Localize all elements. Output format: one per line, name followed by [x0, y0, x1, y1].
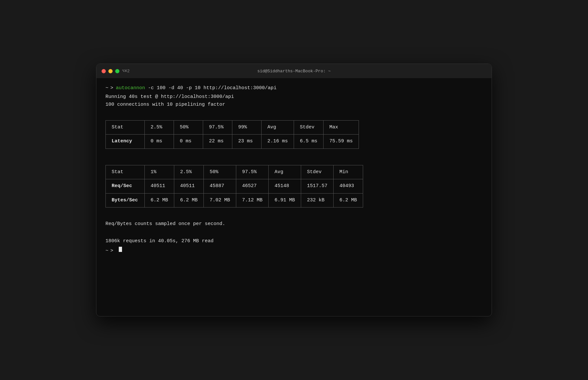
- throughput-header-1: 1%: [145, 165, 174, 179]
- latency-stdev: 6.5 ms: [294, 135, 324, 149]
- final-tilde: ~: [105, 247, 108, 255]
- latency-avg: 2.16 ms: [262, 135, 294, 149]
- close-button[interactable]: [102, 69, 106, 73]
- bytessec-2.5: 6.2 MB: [174, 193, 204, 208]
- latency-header-99: 99%: [232, 120, 262, 135]
- reqsec-97.5: 46527: [236, 179, 269, 194]
- bytessec-1: 6.2 MB: [145, 193, 174, 208]
- spacer-2: [105, 154, 483, 160]
- traffic-lights: [102, 69, 119, 73]
- reqsec-50: 45887: [204, 179, 236, 194]
- throughput-header-avg: Avg: [269, 165, 301, 179]
- sampled-note: Req/Bytes counts sampled once per second…: [105, 220, 483, 228]
- spacer-1: [105, 109, 483, 115]
- final-prompt-line: ~ >: [105, 247, 483, 255]
- bytessec-min: 6.2 MB: [334, 193, 363, 208]
- reqsec-avg: 45148: [269, 179, 301, 194]
- window-title: sid@Siddharths-MacBook-Pro: ~: [257, 69, 331, 74]
- command-name: autocannon: [116, 85, 145, 92]
- maximize-button[interactable]: [115, 69, 119, 73]
- latency-data-row: Latency 0 ms 0 ms 22 ms 23 ms 2.16 ms 6.…: [106, 135, 359, 149]
- throughput-header-50: 50%: [204, 165, 236, 179]
- prompt-arrow: >: [110, 85, 113, 92]
- throughput-header-stat: Stat: [106, 165, 145, 179]
- terminal-window: ⌥⌘2 sid@Siddharths-MacBook-Pro: ~ ~ > au…: [96, 64, 492, 316]
- prompt-tilde: ~: [105, 85, 108, 92]
- latency-row-label: Latency: [106, 135, 145, 149]
- terminal-cursor: [119, 247, 122, 252]
- latency-97.5: 22 ms: [203, 135, 232, 149]
- reqsec-row-label: Req/Sec: [106, 179, 145, 194]
- throughput-header-2.5: 2.5%: [174, 165, 204, 179]
- latency-table-header-row: Stat 2.5% 50% 97.5% 99% Avg Stdev Max: [106, 120, 359, 135]
- latency-header-avg: Avg: [262, 120, 294, 135]
- bytessec-avg: 6.91 MB: [269, 193, 301, 208]
- terminal-content: ~ > autocannon -c 100 -d 40 -p 10 http:/…: [96, 78, 492, 266]
- throughput-table: Stat 1% 2.5% 50% 97.5% Avg Stdev Min Req…: [105, 165, 363, 208]
- reqsec-2.5: 40511: [174, 179, 204, 194]
- throughput-header-97.5: 97.5%: [236, 165, 269, 179]
- command-args: -c 100 -d 40 -p 10 http://localhost:3000…: [145, 85, 276, 92]
- minimize-button[interactable]: [108, 69, 113, 73]
- final-arrow: >: [110, 247, 113, 255]
- reqsec-1: 40511: [145, 179, 174, 194]
- reqsec-min: 40493: [334, 179, 363, 194]
- spacer-3: [105, 213, 483, 219]
- bytessec-data-row: Bytes/Sec 6.2 MB 6.2 MB 7.02 MB 7.12 MB …: [106, 193, 363, 208]
- summary-line: 1806k requests in 40.05s, 276 MB read: [105, 238, 483, 245]
- latency-header-stat: Stat: [106, 120, 145, 135]
- bytessec-row-label: Bytes/Sec: [106, 193, 145, 208]
- bytessec-97.5: 7.12 MB: [236, 193, 269, 208]
- latency-header-2.5: 2.5%: [145, 120, 174, 135]
- latency-table: Stat 2.5% 50% 97.5% 99% Avg Stdev Max La…: [105, 120, 359, 149]
- title-bar: ⌥⌘2 sid@Siddharths-MacBook-Pro: ~: [96, 64, 492, 78]
- latency-header-50: 50%: [174, 120, 203, 135]
- spacer-4: [105, 230, 483, 236]
- output-line-1: Running 40s test @ http://localhost:3000…: [105, 93, 483, 101]
- keyboard-shortcut: ⌥⌘2: [122, 68, 129, 74]
- reqsec-stdev: 1517.57: [301, 179, 334, 194]
- throughput-header-min: Min: [334, 165, 363, 179]
- bytessec-stdev: 232 kB: [301, 193, 334, 208]
- latency-header-stdev: Stdev: [294, 120, 324, 135]
- latency-50: 0 ms: [174, 135, 203, 149]
- throughput-header-stdev: Stdev: [301, 165, 334, 179]
- reqsec-data-row: Req/Sec 40511 40511 45887 46527 45148 15…: [106, 179, 363, 194]
- output-line-2: 100 connections with 10 pipelining facto…: [105, 101, 483, 109]
- latency-header-97.5: 97.5%: [203, 120, 232, 135]
- bytessec-50: 7.02 MB: [204, 193, 236, 208]
- latency-header-max: Max: [324, 120, 359, 135]
- throughput-table-header-row: Stat 1% 2.5% 50% 97.5% Avg Stdev Min: [106, 165, 363, 179]
- latency-2.5: 0 ms: [145, 135, 174, 149]
- latency-99: 23 ms: [232, 135, 262, 149]
- command-prompt-line: ~ > autocannon -c 100 -d 40 -p 10 http:/…: [105, 85, 483, 92]
- latency-max: 75.59 ms: [324, 135, 359, 149]
